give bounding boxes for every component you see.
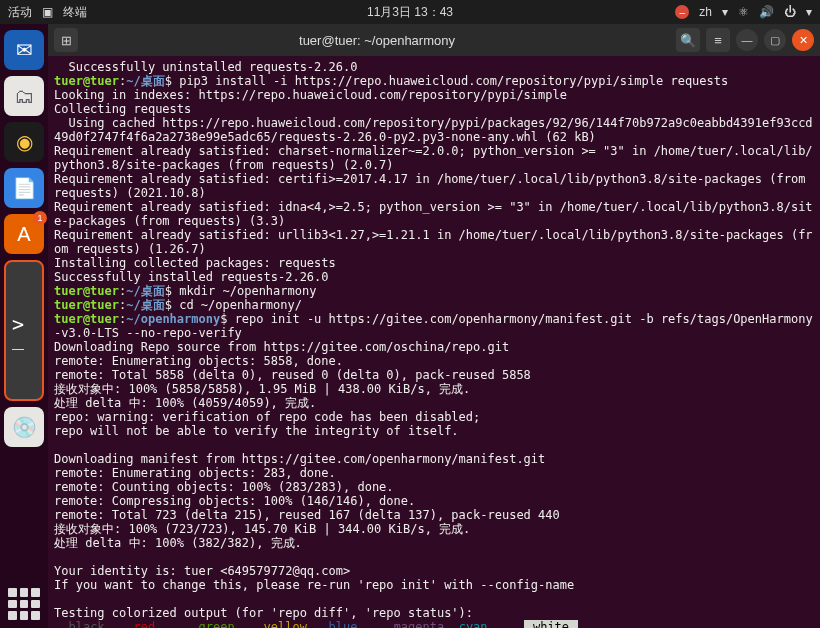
color-swatch-magenta: magenta [394, 620, 445, 628]
output-line: Looking in indexes: https://repo.huaweic… [54, 88, 567, 102]
dock-app-rhythmbox[interactable]: ◉ [4, 122, 44, 162]
output-line: 接收对象中: 100% (723/723), 145.70 KiB | 344.… [54, 522, 470, 536]
color-swatch-red: red [133, 620, 155, 628]
prompt-user: tuer@tuer [54, 74, 119, 88]
new-tab-button[interactable]: ⊞ [54, 28, 78, 52]
command: pip3 install -i https://repo.huaweicloud… [179, 74, 728, 88]
system-menu-chevron-icon: ▾ [806, 5, 812, 19]
output-line: remote: Counting objects: 100% (283/283)… [54, 480, 394, 494]
clock[interactable]: 11月3日 13：43 [367, 4, 453, 21]
input-method-chevron-icon: ▾ [722, 5, 728, 19]
dock-app-files[interactable]: 🗂 [4, 76, 44, 116]
command: mkdir ~/openharmony [179, 284, 316, 298]
activities-button[interactable]: 活动 [8, 4, 32, 21]
dock: ✉ 🗂 ◉ 📄 A >_ 💿 [0, 24, 48, 628]
dock-app-thunderbird[interactable]: ✉ [4, 30, 44, 70]
output-line: If you want to change this, please re-ru… [54, 578, 574, 592]
dock-app-terminal[interactable]: >_ [4, 260, 44, 401]
output-line: 处理 delta 中: 100% (382/382), 完成. [54, 536, 302, 550]
terminal-app-icon: ▣ [42, 5, 53, 19]
output-line: Testing colorized output (for 'repo diff… [54, 606, 473, 620]
output-line: Installing collected packages: requests [54, 256, 336, 270]
output-line: remote: Total 723 (delta 215), reused 16… [54, 508, 560, 522]
notification-indicator[interactable]: – [675, 5, 689, 19]
output-line: remote: Enumerating objects: 5858, done. [54, 354, 343, 368]
output-line: remote: Compressing objects: 100% (146/1… [54, 494, 415, 508]
color-swatch-yellow: yellow [264, 620, 307, 628]
menu-button[interactable]: ≡ [706, 28, 730, 52]
app-menu-label[interactable]: 终端 [63, 4, 87, 21]
dock-app-software[interactable]: A [4, 214, 44, 254]
color-swatch-black: black [68, 620, 104, 628]
prompt-user: tuer@tuer [54, 312, 119, 326]
output-line: repo will not be able to verify the inte… [54, 424, 459, 438]
close-button[interactable]: ✕ [792, 29, 814, 51]
output-line: Successfully installed requests-2.26.0 [54, 270, 329, 284]
window-title: tuer@tuer: ~/openharmony [84, 33, 670, 48]
output-line: Requirement already satisfied: urllib3<1… [54, 228, 813, 256]
network-icon[interactable]: ⚛ [738, 5, 749, 19]
output-line: Downloading manifest from https://gitee.… [54, 452, 545, 466]
terminal-window: ⊞ tuer@tuer: ~/openharmony 🔍 ≡ — ▢ ✕ Suc… [48, 24, 820, 628]
output-line: Downloading Repo source from https://git… [54, 340, 509, 354]
color-swatch-cyan: cyan [459, 620, 488, 628]
volume-icon[interactable]: 🔊 [759, 5, 774, 19]
command: cd ~/openharmony/ [179, 298, 302, 312]
output-line: Using cached https://repo.huaweicloud.co… [54, 116, 813, 144]
output-line: 接收对象中: 100% (5858/5858), 1.95 MiB | 438.… [54, 382, 470, 396]
prompt-user: tuer@tuer [54, 284, 119, 298]
prompt-user: tuer@tuer [54, 298, 119, 312]
prompt-path: ~/桌面 [126, 74, 164, 88]
titlebar: ⊞ tuer@tuer: ~/openharmony 🔍 ≡ — ▢ ✕ [48, 24, 820, 56]
color-swatch-blue: blue [329, 620, 358, 628]
output-line: Collecting requests [54, 102, 191, 116]
output-line: Requirement already satisfied: certifi>=… [54, 172, 813, 200]
input-method-indicator[interactable]: zh [699, 5, 712, 19]
search-button[interactable]: 🔍 [676, 28, 700, 52]
output-line: Requirement already satisfied: charset-n… [54, 144, 813, 172]
prompt-path: ~/桌面 [126, 284, 164, 298]
dock-app-dvd[interactable]: 💿 [4, 407, 44, 447]
maximize-button[interactable]: ▢ [764, 29, 786, 51]
output-line: repo: warning: verification of repo code… [54, 410, 480, 424]
color-swatch-green: green [199, 620, 235, 628]
show-applications-button[interactable] [8, 588, 40, 620]
power-icon[interactable]: ⏻ [784, 5, 796, 19]
terminal-content[interactable]: Successfully uninstalled requests-2.26.0… [48, 56, 820, 628]
dock-app-docs[interactable]: 📄 [4, 168, 44, 208]
output-line: Your identity is: tuer <649579772@qq.com… [54, 564, 350, 578]
prompt-path: ~/桌面 [126, 298, 164, 312]
minimize-button[interactable]: — [736, 29, 758, 51]
color-swatch-white: white [524, 620, 579, 628]
output-line: Requirement already satisfied: idna<4,>=… [54, 200, 813, 228]
gnome-topbar: 活动 ▣ 终端 11月3日 13：43 – zh ▾ ⚛ 🔊 ⏻ ▾ [0, 0, 820, 24]
output-line: Successfully uninstalled requests-2.26.0 [54, 60, 357, 74]
output-line: remote: Enumerating objects: 283, done. [54, 466, 336, 480]
output-line: 处理 delta 中: 100% (4059/4059), 完成. [54, 396, 316, 410]
prompt-path: ~/openharmony [126, 312, 220, 326]
output-line: remote: Total 5858 (delta 0), reused 0 (… [54, 368, 531, 382]
